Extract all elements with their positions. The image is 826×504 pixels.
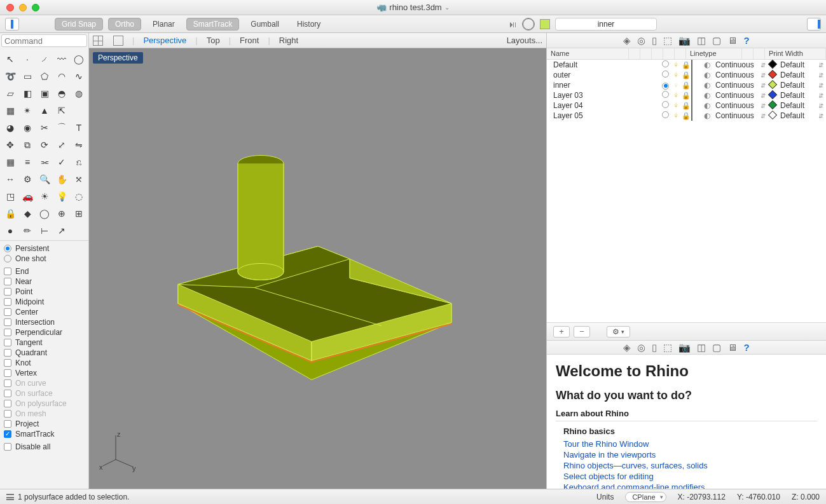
bulb-icon[interactable]: ♀ <box>671 101 681 110</box>
osnap-intersection-checkbox[interactable] <box>4 318 11 326</box>
lock-icon[interactable]: 🔒 <box>681 81 691 90</box>
material-icon[interactable]: ◐ <box>701 111 713 120</box>
tool-globe-icon[interactable]: ⊕ <box>54 206 69 221</box>
lock-icon[interactable]: 🔒 <box>681 61 691 69</box>
help-icon[interactable]: ? <box>743 35 749 46</box>
layers-icon[interactable]: ◈ <box>623 342 631 353</box>
tool-analyze-icon[interactable]: ⚙ <box>20 172 35 187</box>
layer-row[interactable]: Layer 05 ♀ 🔒 ◐ Continuous ⇵ Default ⇵ <box>547 111 826 121</box>
layer-linetype[interactable]: Continuous <box>713 71 759 79</box>
tool-sun-icon[interactable]: ☀ <box>37 189 52 204</box>
material-icon[interactable]: ◐ <box>701 60 713 69</box>
tool-render-icon[interactable]: 🚗 <box>20 189 35 204</box>
tab-perspective[interactable]: Perspective <box>143 36 186 45</box>
lock-icon[interactable]: 🔒 <box>681 92 691 100</box>
current-layer-radio[interactable] <box>662 60 669 67</box>
grid-snap-toggle[interactable]: Grid Snap <box>55 18 103 31</box>
single-view-icon[interactable] <box>113 36 123 46</box>
properties-icon[interactable]: ◎ <box>637 35 645 46</box>
cplane-dropdown[interactable]: CPlane <box>625 492 666 502</box>
layer-printwidth[interactable]: Default <box>778 111 818 120</box>
menu-icon[interactable] <box>6 494 14 500</box>
tool-split-icon[interactable]: ⎌ <box>71 154 86 170</box>
oneshot-radio[interactable] <box>4 255 11 262</box>
col-linetype[interactable]: Linetype <box>686 48 742 59</box>
tool-dim-icon[interactable]: ↔ <box>3 172 18 187</box>
tool-curve-icon[interactable]: 〰 <box>54 51 69 67</box>
tool-hierarchy-icon[interactable]: ⊢ <box>37 223 52 238</box>
zoom-icon[interactable] <box>32 4 39 11</box>
print-color-swatch[interactable] <box>768 111 777 119</box>
layer-color-swatch[interactable] <box>691 100 692 111</box>
gumball-toggle[interactable]: Gumball <box>244 18 286 30</box>
help-link[interactable]: Rhino objects—curves, surfaces, solids <box>556 460 817 471</box>
tool-brush-icon[interactable]: ✏ <box>20 223 35 238</box>
bulb-icon[interactable]: ♀ <box>671 60 681 69</box>
sort-icon[interactable]: ⇵ <box>759 72 767 79</box>
tool-mesh-icon[interactable]: ▦ <box>3 103 18 118</box>
osnap-midpoint-checkbox[interactable] <box>4 298 11 306</box>
viewport[interactable]: Perspective z x y <box>89 48 546 489</box>
box-icon[interactable]: ⬚ <box>663 342 672 353</box>
tool-layers-icon[interactable]: ◆ <box>20 206 35 221</box>
print-color-swatch[interactable] <box>768 70 777 79</box>
help-link[interactable]: Select objects for editing <box>556 471 817 482</box>
tool-explode-icon[interactable]: ✴ <box>20 103 35 118</box>
tool-zoomext-icon[interactable]: ⤧ <box>71 172 86 187</box>
layer-color-swatch[interactable] <box>691 70 692 80</box>
display-icon[interactable]: ◫ <box>697 342 706 353</box>
tool-check-icon[interactable]: ✓ <box>54 154 69 170</box>
layer-options-button[interactable]: ⚙ ▾ <box>607 326 630 337</box>
osnap-vertex-checkbox[interactable] <box>4 369 11 377</box>
chevron-down-icon[interactable]: ⌄ <box>444 4 450 11</box>
layer-linetype[interactable]: Continuous <box>713 101 759 110</box>
layer-color-swatch[interactable] <box>691 90 692 100</box>
sort-icon[interactable]: ⇵ <box>759 82 767 89</box>
tool-lock-icon[interactable]: 🔒 <box>3 206 18 221</box>
tool-blank2-icon[interactable] <box>71 223 86 238</box>
material-icon[interactable]: ◐ <box>701 91 713 100</box>
current-layer-radio[interactable] <box>662 111 669 118</box>
tool-arc-icon[interactable]: ◠ <box>54 69 69 84</box>
tool-align-icon[interactable]: ≡ <box>20 154 35 170</box>
layer-linetype[interactable]: Continuous <box>713 81 759 90</box>
layer-row[interactable]: outer ♀ 🔒 ◐ Continuous ⇵ Default ⇵ <box>547 70 826 80</box>
units-label[interactable]: Units <box>596 493 614 501</box>
layer-color-swatch[interactable] <box>691 60 692 70</box>
tab-right[interactable]: Right <box>279 36 298 45</box>
bulb-icon[interactable]: ♀ <box>671 71 681 79</box>
sort-icon[interactable]: ⇵ <box>818 62 826 69</box>
current-layer-input[interactable] <box>555 18 657 31</box>
tool-sphere-icon[interactable]: ◓ <box>54 86 69 101</box>
osnap-perpendicular-checkbox[interactable] <box>4 329 11 336</box>
current-layer-radio[interactable] <box>662 83 669 90</box>
layer-printwidth[interactable]: Default <box>778 71 818 79</box>
tool-text-icon[interactable]: T <box>71 120 86 135</box>
osnap-on-curve-checkbox[interactable] <box>4 379 11 387</box>
remove-layer-button[interactable]: − <box>574 326 590 337</box>
osnap-on-surface-checkbox[interactable] <box>4 390 11 397</box>
tool-blank1-icon[interactable] <box>71 103 86 118</box>
col-printwidth[interactable]: Print Width <box>765 48 826 59</box>
camera-icon[interactable]: 📷 <box>678 342 691 353</box>
sort-icon[interactable]: ⇵ <box>759 62 767 69</box>
tool-bulb-icon[interactable]: ◌ <box>71 189 86 204</box>
toggle-left-sidebar-button[interactable] <box>5 18 19 31</box>
sort-icon[interactable]: ⇵ <box>818 72 826 79</box>
tool-rectangle-icon[interactable]: ▭ <box>20 69 35 84</box>
tool-copy-icon[interactable]: ⧉ <box>20 137 35 153</box>
tool-loft-icon[interactable]: ◧ <box>20 86 35 101</box>
layer-linetype[interactable]: Continuous <box>713 60 759 69</box>
screen-icon[interactable]: ▢ <box>712 342 721 353</box>
tool-union-icon[interactable]: ◉ <box>20 120 35 135</box>
toggle-right-sidebar-button[interactable] <box>807 18 821 31</box>
tool-mirror-icon[interactable]: ⇋ <box>71 137 86 153</box>
record-icon[interactable] <box>522 18 535 31</box>
layer-row[interactable]: Layer 03 ♀ 🔒 ◐ Continuous ⇵ Default ⇵ <box>547 90 826 100</box>
tool-point-icon[interactable]: · <box>20 51 35 67</box>
tool-light-icon[interactable]: 💡 <box>54 189 69 204</box>
sort-icon[interactable]: ⇵ <box>818 92 826 99</box>
tool-pointer-icon[interactable]: ↖ <box>3 51 18 67</box>
command-input[interactable] <box>1 34 87 47</box>
print-color-swatch[interactable] <box>768 90 777 99</box>
